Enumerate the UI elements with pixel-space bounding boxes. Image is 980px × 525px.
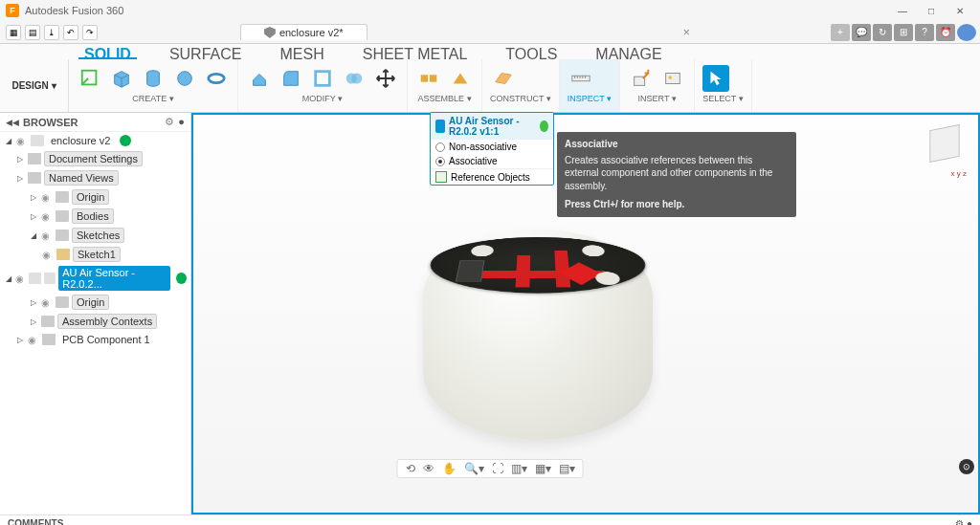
- qat-save[interactable]: ⤓: [44, 25, 59, 40]
- twisty-icon[interactable]: ▷: [29, 193, 38, 202]
- orbit-icon[interactable]: ⟲: [406, 462, 415, 475]
- visibility-icon[interactable]: ◉: [15, 273, 26, 284]
- node-sketches[interactable]: ◢ ◉ Sketches: [0, 226, 190, 245]
- comments-bar[interactable]: COMMENTS ⚙●: [0, 514, 980, 525]
- node-ausensor[interactable]: ◢ ◉ AU Air Sensor - R2.0.2...: [0, 264, 190, 293]
- select-cursor-icon[interactable]: [702, 65, 729, 92]
- panel-assemble-label[interactable]: ASSEMBLE ▾: [417, 94, 471, 103]
- fit-icon[interactable]: ⛶: [492, 462, 503, 475]
- combine-icon[interactable]: [341, 65, 368, 92]
- browser-pin-icon[interactable]: ●: [178, 116, 185, 128]
- window-close[interactable]: ✕: [946, 6, 974, 16]
- help-icon[interactable]: ?: [915, 24, 934, 41]
- ribbon-tab-mesh[interactable]: MESH: [274, 44, 329, 59]
- qat-undo[interactable]: ↶: [63, 25, 78, 40]
- twisty-icon[interactable]: ◢: [4, 274, 12, 283]
- panel-select-label[interactable]: SELECT ▾: [702, 94, 743, 103]
- twisty-icon[interactable]: ▷: [15, 336, 25, 344]
- node-pcbcomp[interactable]: ▷ ◉ PCB Component 1: [0, 331, 190, 348]
- ribbon-tab-manage[interactable]: MANAGE: [590, 44, 667, 59]
- twisty-icon[interactable]: ▷: [15, 155, 25, 164]
- new-tab-button[interactable]: +: [831, 24, 850, 41]
- visibility-icon[interactable]: ◉: [41, 230, 53, 241]
- node-origin2[interactable]: ▷ ◉ Origin: [0, 293, 190, 312]
- comments-icon[interactable]: 💬: [852, 24, 871, 41]
- ribbon-tab-sheetmetal[interactable]: SHEET METAL: [357, 44, 474, 59]
- browser-settings-icon[interactable]: ⚙: [165, 116, 174, 128]
- render-badge-icon[interactable]: ⊙: [959, 459, 974, 474]
- panel-modify-label[interactable]: MODIFY ▾: [302, 94, 343, 103]
- ribbon-tab-solid[interactable]: SOLID: [78, 44, 137, 59]
- document-tab-active[interactable]: enclosure v2*: [240, 24, 368, 40]
- ribbon-tab-tools[interactable]: TOOLS: [500, 44, 563, 59]
- plane-icon[interactable]: [490, 65, 517, 92]
- node-assyctx[interactable]: ▷ Assembly Contexts: [0, 312, 190, 331]
- look-icon[interactable]: 👁: [423, 462, 434, 475]
- comments-pin-icon[interactable]: ●: [967, 518, 972, 525]
- pan-icon[interactable]: ✋: [442, 462, 457, 475]
- joint-icon[interactable]: [415, 65, 442, 92]
- visibility-icon[interactable]: ◉: [42, 250, 54, 260]
- popup-option-nonassoc[interactable]: Non-associative: [431, 140, 553, 154]
- decal-icon[interactable]: [659, 65, 686, 92]
- zoom-icon[interactable]: 🔍▾: [464, 462, 484, 475]
- sketch-icon[interactable]: [77, 65, 103, 92]
- twisty-icon[interactable]: ◢: [4, 137, 13, 145]
- torus-icon[interactable]: [203, 65, 230, 92]
- popup-title-row[interactable]: AU Air Sensor - R2.0.2 v1:1: [431, 113, 553, 140]
- twisty-icon[interactable]: ▷: [29, 212, 38, 221]
- comments-settings-icon[interactable]: ⚙: [955, 518, 964, 525]
- browser-header[interactable]: ◀◀ BROWSER ⚙●: [0, 113, 190, 132]
- browser-collapse-icon[interactable]: ◀◀: [6, 118, 19, 127]
- node-sketch1[interactable]: ◉ Sketch1: [0, 245, 190, 264]
- twisty-icon[interactable]: ◢: [29, 231, 38, 240]
- panel-construct-label[interactable]: CONSTRUCT ▾: [490, 94, 551, 103]
- viewcube[interactable]: x y z: [921, 122, 969, 170]
- qat-file[interactable]: ▤: [25, 25, 40, 40]
- save-badge-icon[interactable]: [120, 135, 131, 146]
- move-icon[interactable]: [372, 65, 399, 92]
- panel-inspect-label[interactable]: INSPECT ▾: [568, 94, 612, 103]
- visibility-icon[interactable]: ◉: [28, 335, 39, 345]
- window-minimize[interactable]: —: [888, 6, 917, 16]
- document-tab-close[interactable]: ×: [683, 25, 691, 39]
- visibility-icon[interactable]: ◉: [41, 192, 53, 203]
- popup-option-assoc[interactable]: Associative: [431, 154, 553, 168]
- viewcube-cube[interactable]: [929, 124, 959, 163]
- node-root[interactable]: ◢ ◉ enclosure v2: [0, 132, 190, 149]
- popup-option-refobj[interactable]: Reference Objects: [431, 168, 553, 185]
- notifications-icon[interactable]: ⏰: [936, 24, 955, 41]
- sphere-icon[interactable]: [171, 65, 198, 92]
- panel-insert-label[interactable]: INSERT ▾: [638, 94, 677, 103]
- extensions-icon[interactable]: ⊞: [894, 24, 913, 41]
- visibility-icon[interactable]: ◉: [41, 211, 53, 222]
- workspace-switcher[interactable]: DESIGN ▾: [0, 59, 69, 112]
- visibility-icon[interactable]: ◉: [16, 136, 28, 146]
- radio-icon[interactable]: [435, 142, 445, 152]
- radio-icon[interactable]: [435, 157, 445, 166]
- node-origin[interactable]: ▷ ◉ Origin: [0, 187, 190, 207]
- updates-icon[interactable]: ↻: [873, 24, 892, 41]
- node-bodies[interactable]: ▷ ◉ Bodies: [0, 207, 190, 226]
- box-icon[interactable]: [108, 65, 135, 92]
- window-maximize[interactable]: □: [917, 6, 946, 16]
- grid-icon[interactable]: ▦▾: [535, 462, 551, 475]
- panel-create-label[interactable]: CREATE ▾: [132, 94, 173, 103]
- twisty-icon[interactable]: ▷: [29, 298, 38, 307]
- measure-icon[interactable]: [568, 65, 594, 92]
- node-named-views[interactable]: ▷ Named Views: [0, 168, 190, 187]
- twisty-icon[interactable]: ▷: [15, 174, 25, 183]
- qat-grid[interactable]: ▦: [6, 25, 21, 40]
- ribbon-tab-surface[interactable]: SURFACE: [164, 44, 248, 59]
- insert-icon[interactable]: [628, 65, 655, 92]
- asbuilt-icon[interactable]: [447, 65, 474, 92]
- user-avatar[interactable]: [957, 24, 976, 41]
- status-badge-icon[interactable]: [176, 273, 187, 284]
- qat-redo[interactable]: ↷: [82, 25, 98, 40]
- cylinder-icon[interactable]: [140, 65, 167, 92]
- presspull-icon[interactable]: [246, 65, 273, 92]
- display-icon[interactable]: ▥▾: [511, 462, 527, 475]
- visibility-icon[interactable]: ◉: [41, 297, 53, 308]
- twisty-icon[interactable]: ▷: [29, 317, 38, 326]
- fillet-icon[interactable]: [278, 65, 304, 92]
